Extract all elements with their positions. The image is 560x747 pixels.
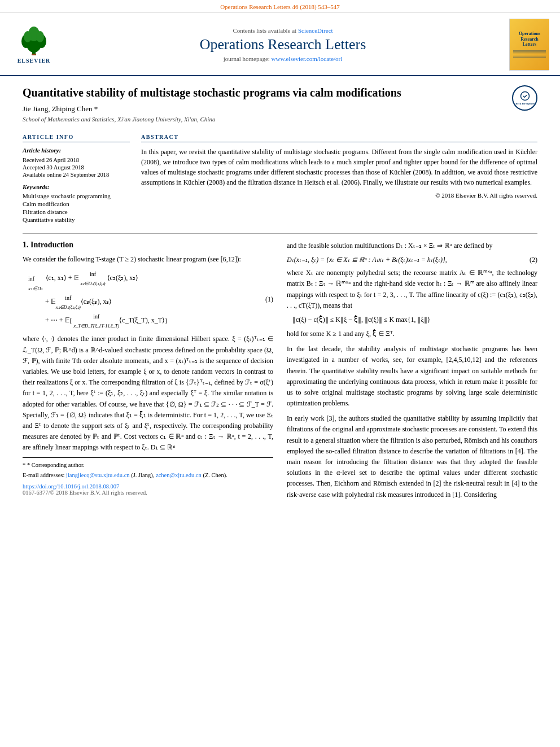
elsevier-logo: ELSEVIER <box>11 25 56 64</box>
issn-line: 0167-6377/© 2018 Elsevier B.V. All right… <box>23 490 273 496</box>
cover-title-line1: Operations <box>519 31 540 36</box>
equation-1-number: (1) <box>261 294 273 306</box>
star-footnote: * * Corresponding author. <box>23 461 273 470</box>
journal-cover-image: Operations Research Letters <box>509 19 549 71</box>
article-info-column: ARTICLE INFO Article history: Received 2… <box>23 134 130 224</box>
equation-2-number: (2) <box>525 256 537 264</box>
abstract-column: ABSTRACT In this paper, we revisit the q… <box>141 134 537 224</box>
contents-text: Contents lists available at <box>233 27 296 34</box>
doi-link[interactable]: https://doi.org/10.1016/j.orl.2018.08.00… <box>23 483 119 490</box>
svg-rect-7 <box>32 54 36 55</box>
section1-intro: We consider the following T-stage (T ≥ 2… <box>23 254 273 265</box>
paper-content: Check for updates Quantitative stability… <box>0 76 560 516</box>
check-updates-badge: Check for updates <box>512 85 537 111</box>
authors: Jie Jiang, Zhiping Chen * <box>23 104 537 113</box>
keyword-4: Quantitative stability <box>23 216 130 223</box>
author-names: Jie Jiang, Zhiping Chen * <box>23 104 98 113</box>
email1-name: (J. Jiang), <box>131 472 154 478</box>
check-updates-label: Check for updates <box>514 102 536 106</box>
article-history-label: Article history: <box>23 147 130 154</box>
journal-header-center: Contents lists available at ScienceDirec… <box>63 27 502 62</box>
right-text1: and the feasible solution multifunctions… <box>287 241 537 251</box>
equation-2-block: Dₜ(xₜ₋₁, ξₜ) = {xₜ ∈ Xₜ ⊆ ℝⁿ : Aₜxₜ + Bₜ… <box>287 256 537 264</box>
copyright-line: © 2018 Elsevier B.V. All rights reserved… <box>141 192 537 199</box>
keyword-2: Calm modification <box>23 200 130 207</box>
equation-3-content: ‖c(ξ) − c(ξ̂)‖ ≤ K‖ξ − ξ̂‖, ‖c(ξ)‖ ≤ K m… <box>292 316 431 324</box>
homepage-text: journal homepage: <box>224 55 270 62</box>
equation-1-block: inf x₁∈D₁ ⟨c₁, x₁⟩ + 𝔼 inf x₂∈D₂(ξ₁,ξ₂) … <box>28 269 273 330</box>
cover-title-line2: Research <box>520 37 538 42</box>
homepage-link[interactable]: www.elsevier.com/locate/orl <box>272 55 343 62</box>
available-date: Available online 24 September 2018 <box>23 172 130 178</box>
abstract-label: ABSTRACT <box>141 134 537 142</box>
section1-heading: 1. Introduction <box>23 241 273 250</box>
keyword-1: Multistage stochastic programming <box>23 193 130 199</box>
received-date: Received 26 April 2018 <box>23 157 130 163</box>
right-para-decade: In the last decade, the stability analys… <box>287 344 537 409</box>
article-info-label: ARTICLE INFO <box>23 134 130 142</box>
elsevier-wordmark: ELSEVIER <box>18 58 51 64</box>
main-body-columns: 1. Introduction We consider the followin… <box>23 241 537 505</box>
footnote-area: * * Corresponding author. E-mail address… <box>23 457 273 495</box>
contents-available-line: Contents lists available at ScienceDirec… <box>63 27 502 34</box>
equation-3-block: ‖c(ξ) − c(ξ̂)‖ ≤ K‖ξ − ξ̂‖, ‖c(ξ)‖ ≤ K m… <box>292 316 537 324</box>
abstract-text: In this paper, we revisit the quantitati… <box>141 147 537 187</box>
affiliation: School of Mathematics and Statistics, Xi… <box>23 116 537 123</box>
section1-body-text: where ⟨·, ·⟩ denotes the inner product i… <box>23 334 273 453</box>
svg-point-8 <box>520 91 529 100</box>
citation-text: Operations Research Letters 46 (2018) 54… <box>220 3 340 10</box>
journal-title: Operations Research Letters <box>63 36 502 53</box>
email1-link[interactable]: jiangjiecq@stu.xjtu.edu.cn <box>66 472 130 478</box>
email2-name: (Z. Chen). <box>203 472 227 478</box>
star-symbol: * <box>23 462 25 468</box>
check-updates-icon <box>520 91 530 101</box>
cover-title-line3: Letters <box>523 42 536 47</box>
section-divider <box>23 233 537 234</box>
homepage-line: journal homepage: www.elsevier.com/locat… <box>63 55 502 62</box>
svg-point-6 <box>36 31 44 42</box>
article-info-abstract-section: ARTICLE INFO Article history: Received 2… <box>23 134 537 224</box>
right-text3: hold for some K ≥ 1 and any ξ, ξ̂ ∈ Ξᵀ. <box>287 329 537 339</box>
elsevier-tree-icon <box>17 25 51 56</box>
journal-header: ELSEVIER Contents lists available at Sci… <box>0 13 560 76</box>
keywords-label: Keywords: <box>23 184 130 190</box>
svg-point-5 <box>24 31 32 42</box>
keyword-3: Filtration distance <box>23 208 130 215</box>
email2-link[interactable]: zchen@xjtu.edu.cn <box>156 472 202 478</box>
right-para-early: In early work [3], the authors studied t… <box>287 413 537 500</box>
sciencedirect-link[interactable]: ScienceDirect <box>298 27 333 34</box>
paper-title: Quantitative stability of multistage sto… <box>23 85 537 100</box>
accepted-date: Accepted 30 August 2018 <box>23 164 130 171</box>
right-text2: where Xₜ are nonempty polyhedral sets; t… <box>287 268 537 311</box>
email-label: E-mail addresses: <box>23 472 64 478</box>
main-left-column: 1. Introduction We consider the followin… <box>23 241 273 505</box>
main-right-column: and the feasible solution multifunctions… <box>287 241 537 505</box>
journal-citation-bar: Operations Research Letters 46 (2018) 54… <box>0 0 560 13</box>
equation-2-content: Dₜ(xₜ₋₁, ξₜ) = {xₜ ∈ Xₜ ⊆ ℝⁿ : Aₜxₜ + Bₜ… <box>287 256 447 264</box>
email-footnote: E-mail addresses: jiangjiecq@stu.xjtu.ed… <box>23 471 273 480</box>
